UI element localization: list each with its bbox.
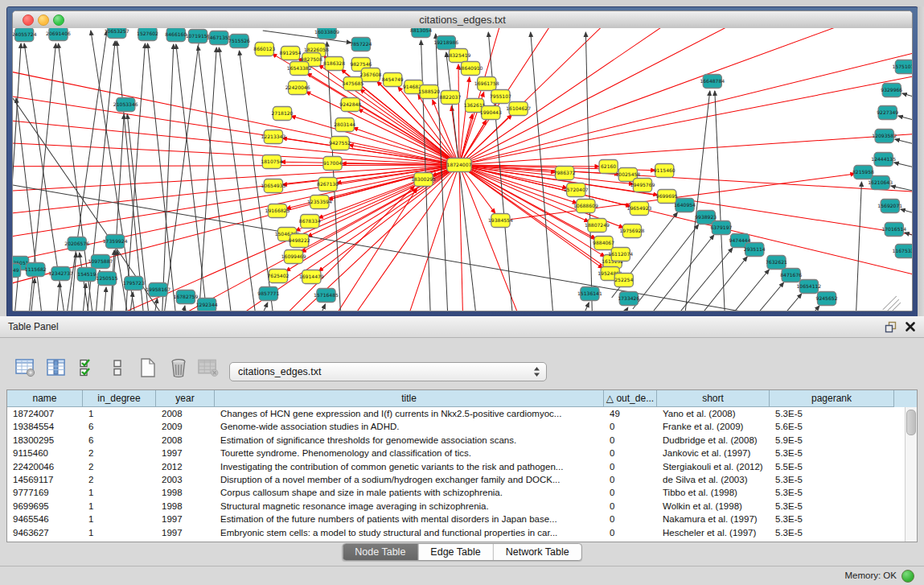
graph-node[interactable]: 9857771 <box>257 287 279 301</box>
row-height-icon[interactable] <box>106 357 128 379</box>
column-header[interactable]: short <box>657 390 770 407</box>
tab-edge-table[interactable]: Edge Table <box>417 544 492 560</box>
float-panel-icon[interactable] <box>885 321 897 333</box>
graph-node[interactable]: 9227349 <box>877 106 898 120</box>
graph-node[interactable]: 1527602 <box>137 28 158 41</box>
graph-node[interactable]: 18325419 <box>446 49 471 63</box>
graph-node[interactable]: 8822037 <box>439 91 461 105</box>
column-header[interactable]: △ out_de... <box>604 390 657 407</box>
graph-node[interactable]: 15751074 <box>893 60 912 74</box>
graph-node[interactable]: 1795723 <box>123 277 145 290</box>
graph-node[interactable]: 12213343 <box>261 130 286 144</box>
graph-node[interactable]: 20206576 <box>64 237 89 251</box>
graph-node[interactable]: 1810754 <box>261 155 282 169</box>
graph-node[interactable]: 18724007 <box>447 159 472 172</box>
graph-node[interactable]: 1733426 <box>618 292 639 306</box>
graph-node[interactable]: 9115460 <box>654 164 676 178</box>
graph-node[interactable]: 8471676 <box>780 269 802 282</box>
graph-node[interactable]: 9329966 <box>881 84 902 97</box>
column-header[interactable]: name <box>7 390 83 407</box>
graph-node[interactable]: 1990443 <box>480 106 502 120</box>
graph-node[interactable]: 12353594 <box>307 196 332 209</box>
graph-node[interactable]: 8813054 <box>410 28 432 38</box>
graph-node[interactable]: 6379197 <box>710 221 732 235</box>
graph-node[interactable]: 12093582 <box>872 130 897 143</box>
graph-node[interactable]: 16112074 <box>608 248 633 262</box>
graph-node[interactable]: 16033809 <box>314 28 339 39</box>
graph-node[interactable]: 17016514 <box>881 223 906 237</box>
graph-node[interactable]: 8660123 <box>253 43 275 56</box>
table-column-icon[interactable] <box>45 357 67 379</box>
graph-node[interactable]: 19218986 <box>433 36 458 50</box>
column-header[interactable]: title <box>215 390 604 407</box>
graph-node[interactable]: 8912954 <box>280 47 302 60</box>
close-panel-icon[interactable] <box>905 321 916 332</box>
graph-node[interactable]: 7955107 <box>490 90 511 104</box>
graph-node[interactable]: 15136141 <box>577 287 602 301</box>
tab-network-table[interactable]: Network Table <box>493 544 581 560</box>
graph-node[interactable]: 9427552 <box>329 137 351 150</box>
table-selector-dropdown[interactable]: citations_edges.txt <box>229 362 547 381</box>
graph-node[interactable]: 20691406 <box>46 28 71 41</box>
table-row[interactable]: 946362711997Embryonic stem cells: a mode… <box>7 526 906 539</box>
graph-node[interactable]: 9245652 <box>816 292 838 306</box>
table-row[interactable]: 2242004622012Investigating the contribut… <box>7 460 906 473</box>
graph-node[interactable]: 16104627 <box>506 102 531 116</box>
table-scrollbar[interactable] <box>905 407 917 542</box>
graph-node[interactable]: 22420046 <box>285 81 310 95</box>
select-checks-icon[interactable] <box>76 357 97 379</box>
graph-node[interactable]: 1115682 <box>25 263 47 277</box>
delete-table-disabled-icon[interactable] <box>198 357 220 379</box>
table-row[interactable]: 977716911998Corpus callosum shape and si… <box>7 486 906 499</box>
tab-node-table[interactable]: Node Table <box>343 544 417 560</box>
window-titlebar[interactable]: citations_edges.txt <box>13 11 912 29</box>
graph-node[interactable]: 8466160 <box>165 28 187 42</box>
graph-node[interactable]: 8215958 <box>852 166 874 179</box>
graph-node[interactable]: 12444135 <box>871 153 896 167</box>
graph-node[interactable]: 17359924 <box>103 235 128 249</box>
graph-node[interactable]: 16543382 <box>287 62 312 76</box>
graph-node[interactable]: 19495769 <box>630 179 655 192</box>
graph-node[interactable]: 19384554 <box>488 214 513 228</box>
graph-node[interactable]: 7986372 <box>554 167 576 180</box>
graph-node[interactable]: 10688609 <box>573 200 598 213</box>
graph-node[interactable]: 1250515 <box>97 272 118 286</box>
graph-node[interactable]: 62160 <box>599 160 618 174</box>
graph-node[interactable]: 8454749 <box>382 73 404 87</box>
table-row[interactable]: 1938455462009Genome-wide association stu… <box>7 420 906 433</box>
table-row[interactable]: 1872400712008Changes of HCN gene express… <box>7 407 906 420</box>
graph-node[interactable]: 15720407 <box>564 183 589 197</box>
column-header[interactable]: year <box>156 390 215 407</box>
graph-node[interactable]: 16914479 <box>299 270 324 284</box>
graph-node[interactable]: 3475685 <box>342 77 363 91</box>
graph-node[interactable]: 16648784 <box>700 75 725 89</box>
graph-node[interactable]: 1640954 <box>674 199 696 212</box>
new-document-icon[interactable] <box>137 357 158 379</box>
graph-node[interactable]: 18640910 <box>458 62 483 76</box>
graph-node[interactable]: 9884067 <box>593 237 614 250</box>
graph-node[interactable]: 2718120 <box>272 107 294 121</box>
graph-node[interactable]: 8186328 <box>323 57 345 71</box>
graph-node[interactable]: 19756928 <box>620 225 645 238</box>
graph-node[interactable]: 11675339 <box>893 245 912 258</box>
graph-node[interactable]: 2367608 <box>360 68 382 82</box>
network-canvas[interactable]: 1872400724055724206914061065325715276028… <box>13 28 912 311</box>
graph-node[interactable]: 19166825 <box>265 204 290 218</box>
scrollbar-thumb[interactable] <box>906 410 916 435</box>
graph-node[interactable]: 7857224 <box>350 38 372 51</box>
graph-node[interactable]: 7632621 <box>766 256 787 270</box>
graph-node[interactable]: 39149 <box>13 264 21 278</box>
table-row[interactable]: 1830029562008Estimation of significance … <box>7 434 906 447</box>
graph-node[interactable]: 252254 <box>614 274 633 287</box>
graph-node[interactable]: 15716485 <box>314 289 339 303</box>
table-row[interactable]: 969969511998Structural magnetic resonanc… <box>7 500 906 513</box>
graph-node[interactable]: 2803144 <box>334 118 355 132</box>
table-row[interactable]: 946554611997Estimation of the future num… <box>7 513 906 525</box>
graph-node[interactable]: 7515526 <box>228 35 250 48</box>
table-row[interactable]: 1456911722003Disruption of a novel membe… <box>7 473 906 486</box>
graph-node[interactable]: 154519 <box>77 268 96 282</box>
graph-node[interactable]: 1292344 <box>196 299 218 311</box>
graph-node[interactable]: 16961758 <box>474 77 499 91</box>
graph-node[interactable]: 2935114 <box>744 243 766 257</box>
graph-node[interactable]: 10654112 <box>796 280 821 294</box>
